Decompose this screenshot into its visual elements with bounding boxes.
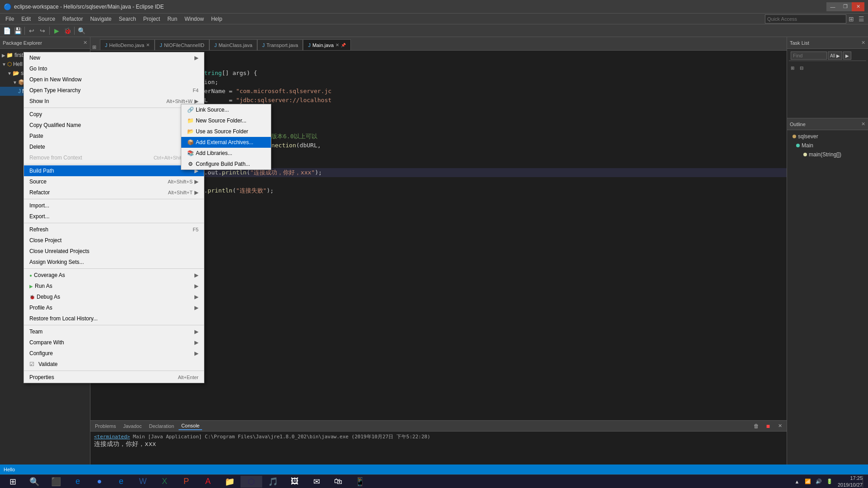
ctx-refresh[interactable]: Refresh F5	[24, 224, 204, 235]
debug-icon: 🐞	[29, 295, 35, 300]
ctx-refactor[interactable]: Refactor Alt+Shift+T ▶	[24, 187, 204, 198]
ctx-debug-as[interactable]: 🐞 Debug As ▶	[24, 291, 204, 302]
ctx-close-unrelated[interactable]: Close Unrelated Projects	[24, 246, 204, 257]
ctx-configure[interactable]: Configure ▶	[24, 348, 204, 359]
ctx-assign-working-sets[interactable]: Assign Working Sets...	[24, 257, 204, 267]
submenu-new-source-folder[interactable]: 📁 New Source Folder...	[181, 115, 271, 126]
context-menu: New ▶ Go Into Open in New Window Open Ty…	[24, 52, 204, 383]
ctx-sep7	[24, 371, 204, 371]
coverage-icon: ●	[29, 273, 32, 278]
library-icon: 📚	[187, 150, 194, 156]
submenu-label: Add Libraries...	[196, 150, 232, 156]
ctx-export[interactable]: Export...	[24, 211, 204, 222]
submenu-link-source[interactable]: 🔗 Link Source...	[181, 104, 271, 115]
ctx-team[interactable]: Team ▶	[24, 326, 204, 337]
submenu-label: Configure Build Path...	[196, 161, 250, 167]
ctx-restore-local[interactable]: Restore from Local History...	[24, 313, 204, 324]
ctx-validate[interactable]: ☑ Validate	[24, 359, 204, 370]
ctx-properties[interactable]: Properties Alt+Enter	[24, 372, 204, 383]
ctx-coverage-as[interactable]: ● Coverage As ▶	[24, 270, 204, 281]
ctx-open-new-window[interactable]: Open in New Window	[24, 74, 204, 85]
ctx-profile-as[interactable]: Profile As ▶	[24, 302, 204, 313]
ctx-paste[interactable]: Paste Ctrl+V	[24, 131, 204, 141]
submenu-build-path: 🔗 Link Source... 📁 New Source Folder... …	[181, 104, 271, 170]
submenu-label: Use as Source Folder	[196, 128, 248, 135]
submenu-add-external-archives[interactable]: 📦 Add External Archives...	[181, 137, 271, 148]
submenu-label: New Source Folder...	[196, 117, 246, 124]
link-icon: 🔗	[187, 107, 194, 113]
ctx-sep4	[24, 223, 204, 223]
ctx-go-into[interactable]: Go Into	[24, 63, 204, 74]
submenu-add-libraries[interactable]: 📚 Add Libraries...	[181, 148, 271, 159]
config-icon: ⚙	[187, 161, 194, 167]
ctx-sep1	[24, 108, 204, 108]
ctx-sep6	[24, 325, 204, 325]
context-menu-overlay[interactable]: New ▶ Go Into Open in New Window Open Ty…	[0, 0, 868, 488]
source-icon: 📂	[187, 128, 194, 135]
ctx-run-as[interactable]: ▶ Run As ▶	[24, 281, 204, 291]
ctx-sep3	[24, 199, 204, 199]
ctx-open-type[interactable]: Open Type Hierarchy F4	[24, 85, 204, 96]
ctx-source[interactable]: Source Alt+Shift+S ▶	[24, 176, 204, 187]
ctx-copy-qualified[interactable]: Copy Qualified Name	[24, 120, 204, 131]
submenu-label: Link Source...	[196, 107, 229, 113]
submenu-configure-build-path[interactable]: ⚙ Configure Build Path...	[181, 159, 271, 169]
ctx-show-in[interactable]: Show In Alt+Shift+W ▶	[24, 96, 204, 107]
ctx-new[interactable]: New ▶	[24, 52, 204, 63]
check-icon: ☑	[29, 361, 37, 367]
submenu-use-as-source[interactable]: 📂 Use as Source Folder	[181, 126, 271, 137]
new-folder-icon: 📁	[187, 117, 194, 124]
ctx-remove-context: Remove from Context Ctrl+Alt+Shift+Down	[24, 152, 204, 163]
ctx-import[interactable]: Import...	[24, 200, 204, 211]
run-icon: ▶	[29, 284, 33, 289]
ctx-build-path[interactable]: Build Path ▶	[24, 165, 204, 176]
ctx-sep2	[24, 164, 204, 164]
submenu-label: Add External Archives...	[196, 139, 253, 145]
ctx-copy[interactable]: Copy Ctrl+C	[24, 109, 204, 120]
ctx-sep5	[24, 268, 204, 269]
ctx-compare-with[interactable]: Compare With ▶	[24, 337, 204, 348]
ctx-delete[interactable]: Delete Delete	[24, 141, 204, 152]
ctx-close-project[interactable]: Close Project	[24, 235, 204, 246]
archive-icon: 📦	[187, 139, 194, 145]
